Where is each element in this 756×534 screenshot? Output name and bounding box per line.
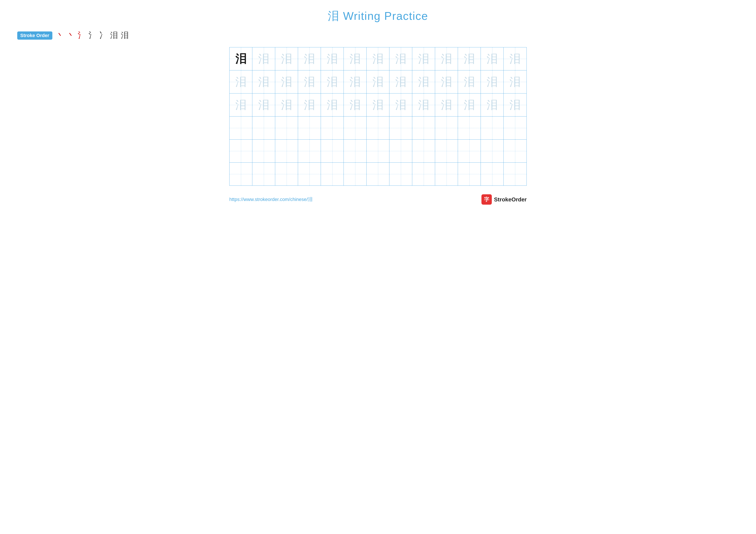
grid-cell: 泪 — [252, 47, 275, 70]
grid-cell: 泪 — [390, 93, 412, 116]
stroke-order-row: Stroke Order 丶丶氵氵冫泪泪 — [17, 30, 129, 41]
grid-cell — [298, 163, 321, 186]
grid-cell — [275, 116, 298, 140]
grid-row-2: 泪 泪 泪 泪 泪 泪 泪 泪 泪 泪 泪 泪 泪 — [230, 70, 526, 93]
grid-cell — [390, 163, 412, 186]
grid-cell: 泪 — [458, 70, 481, 93]
grid-cell — [344, 116, 366, 140]
grid-cell — [458, 163, 481, 186]
grid-cell: 泪 — [321, 47, 344, 70]
grid-row-4 — [230, 116, 526, 140]
grid-cell: 泪 — [390, 47, 412, 70]
grid-cell — [458, 116, 481, 140]
character-ghost: 泪 — [372, 76, 384, 88]
grid-cell — [252, 163, 275, 186]
grid-cell — [412, 116, 435, 140]
grid-cell: 泪 — [230, 93, 252, 116]
footer-url[interactable]: https://www.strokeorder.com/chinese/泪 — [229, 196, 312, 203]
grid-cell — [481, 140, 504, 163]
stroke-steps: 丶丶氵氵冫泪泪 — [56, 30, 129, 41]
character-ghost: 泪 — [509, 99, 521, 111]
character-ghost: 泪 — [464, 99, 475, 111]
grid-cell: 泪 — [435, 70, 458, 93]
grid-cell — [412, 140, 435, 163]
grid-cell — [504, 140, 526, 163]
stroke-step-2: 丶 — [67, 30, 75, 41]
grid-cell — [481, 163, 504, 186]
grid-cell: 泪 — [504, 93, 526, 116]
grid-cell: 泪 — [252, 70, 275, 93]
grid-row-3: 泪 泪 泪 泪 泪 泪 泪 泪 泪 泪 泪 泪 泪 — [230, 93, 526, 116]
grid-cell: 泪 — [321, 70, 344, 93]
character-ghost: 泪 — [327, 99, 338, 111]
stroke-step-1: 丶 — [56, 30, 64, 41]
character-ghost: 泪 — [441, 99, 452, 111]
character-ghost: 泪 — [327, 53, 338, 64]
grid-cell: 泪 — [275, 70, 298, 93]
character-ghost: 泪 — [350, 99, 361, 111]
character-ghost: 泪 — [487, 76, 498, 88]
character-ghost: 泪 — [464, 53, 475, 64]
character-ghost: 泪 — [304, 53, 315, 64]
character-ghost: 泪 — [395, 99, 406, 111]
grid-cell — [252, 140, 275, 163]
grid-cell — [252, 116, 275, 140]
stroke-step-5: 冫 — [99, 30, 107, 41]
grid-cell: 泪 — [435, 47, 458, 70]
grid-cell: 泪 — [481, 70, 504, 93]
character-ghost: 泪 — [418, 99, 429, 111]
practice-grid: 泪 泪 泪 泪 泪 泪 泪 泪 泪 泪 泪 泪 泪 泪 泪 泪 泪 泪 泪 泪 … — [229, 47, 527, 186]
character-ghost: 泪 — [441, 76, 452, 88]
grid-cell — [321, 163, 344, 186]
page-title: 泪 Writing Practice — [328, 9, 428, 24]
character-ghost: 泪 — [281, 76, 292, 88]
grid-cell — [435, 116, 458, 140]
grid-cell — [435, 163, 458, 186]
grid-cell: 泪 — [366, 70, 390, 93]
character-ghost: 泪 — [281, 53, 292, 64]
grid-cell — [504, 163, 526, 186]
grid-cell: 泪 — [344, 70, 366, 93]
grid-cell: 泪 — [481, 47, 504, 70]
grid-row-6 — [230, 163, 526, 186]
grid-cell: 泪 — [435, 93, 458, 116]
grid-cell — [230, 163, 252, 186]
grid-cell — [504, 116, 526, 140]
grid-row-5 — [230, 140, 526, 163]
grid-cell — [458, 140, 481, 163]
character-ghost: 泪 — [258, 53, 269, 64]
character-ghost: 泪 — [372, 53, 384, 64]
grid-cell — [366, 116, 390, 140]
footer-logo: 字 StrokeOrder — [481, 194, 527, 205]
grid-cell — [321, 116, 344, 140]
grid-cell: 泪 — [298, 47, 321, 70]
character-ghost: 泪 — [487, 99, 498, 111]
grid-cell — [321, 140, 344, 163]
grid-cell: 泪 — [275, 47, 298, 70]
grid-cell: 泪 — [275, 93, 298, 116]
grid-cell: 泪 — [366, 47, 390, 70]
character-ghost: 泪 — [304, 99, 315, 111]
grid-cell — [390, 140, 412, 163]
character-ghost: 泪 — [281, 99, 292, 111]
character-ghost: 泪 — [258, 76, 269, 88]
grid-cell: 泪 — [504, 47, 526, 70]
character-ghost: 泪 — [235, 76, 247, 88]
character-dark: 泪 — [235, 53, 247, 64]
stroke-step-7: 泪 — [121, 30, 129, 41]
grid-cell: 泪 — [390, 70, 412, 93]
stroke-step-3: 氵 — [78, 30, 86, 41]
character-ghost: 泪 — [464, 76, 475, 88]
grid-cell: 泪 — [504, 70, 526, 93]
stroke-step-4: 氵 — [89, 30, 96, 41]
character-ghost: 泪 — [395, 53, 406, 64]
character-ghost: 泪 — [372, 99, 384, 111]
character-ghost: 泪 — [350, 53, 361, 64]
grid-row-1: 泪 泪 泪 泪 泪 泪 泪 泪 泪 泪 泪 泪 泪 — [230, 47, 526, 70]
grid-cell: 泪 — [412, 70, 435, 93]
character-ghost: 泪 — [441, 53, 452, 64]
grid-cell: 泪 — [252, 93, 275, 116]
grid-cell — [230, 116, 252, 140]
grid-cell: 泪 — [230, 70, 252, 93]
grid-cell — [344, 163, 366, 186]
